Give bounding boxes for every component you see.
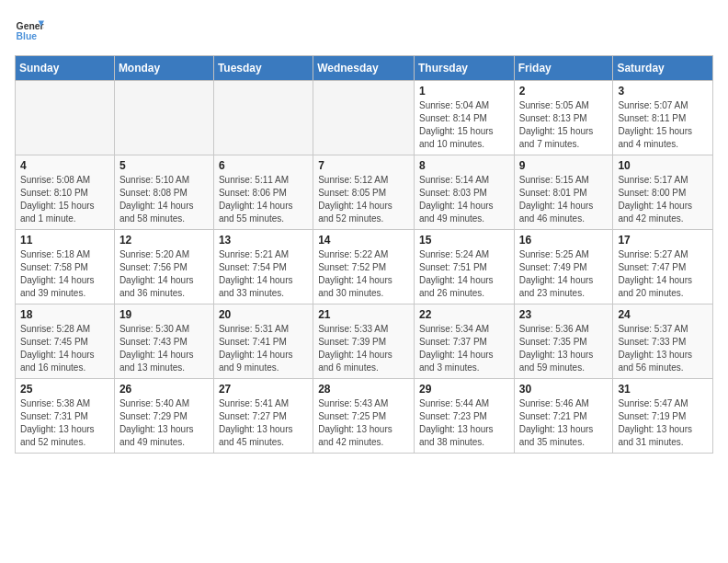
day-number: 12	[119, 234, 209, 247]
day-number: 9	[519, 159, 609, 172]
svg-text:Blue: Blue	[17, 31, 38, 41]
calendar-cell: 28Sunrise: 5:43 AMSunset: 7:25 PMDayligh…	[313, 379, 415, 454]
calendar-cell: 6Sunrise: 5:11 AMSunset: 8:06 PMDaylight…	[213, 155, 313, 230]
weekday-header-sunday: Sunday	[16, 56, 115, 81]
day-number: 26	[119, 383, 209, 396]
page-header: General Blue	[15, 15, 713, 44]
calendar-cell: 8Sunrise: 5:14 AMSunset: 8:03 PMDaylight…	[414, 155, 514, 230]
calendar-cell	[114, 81, 213, 155]
day-number: 14	[318, 234, 409, 247]
day-number: 11	[20, 234, 109, 247]
day-number: 13	[219, 234, 308, 247]
calendar-cell: 11Sunrise: 5:18 AMSunset: 7:58 PMDayligh…	[16, 230, 115, 304]
day-info: Sunrise: 5:41 AMSunset: 7:27 PMDaylight:…	[219, 397, 308, 449]
day-number: 22	[419, 308, 509, 321]
day-info: Sunrise: 5:17 AMSunset: 8:00 PMDaylight:…	[618, 174, 708, 225]
day-number: 10	[618, 159, 708, 172]
day-info: Sunrise: 5:25 AMSunset: 7:49 PMDaylight:…	[519, 248, 609, 300]
calendar-cell: 31Sunrise: 5:47 AMSunset: 7:19 PMDayligh…	[613, 379, 713, 454]
weekday-header-friday: Friday	[514, 56, 613, 81]
calendar-week-row: 11Sunrise: 5:18 AMSunset: 7:58 PMDayligh…	[16, 230, 713, 304]
day-number: 18	[20, 308, 109, 321]
day-number: 29	[419, 383, 509, 396]
weekday-header-tuesday: Tuesday	[213, 56, 313, 81]
day-number: 4	[20, 159, 109, 172]
calendar-cell: 9Sunrise: 5:15 AMSunset: 8:01 PMDaylight…	[514, 155, 613, 230]
day-info: Sunrise: 5:36 AMSunset: 7:35 PMDaylight:…	[519, 323, 609, 374]
calendar-cell: 7Sunrise: 5:12 AMSunset: 8:05 PMDaylight…	[313, 155, 415, 230]
calendar-cell: 17Sunrise: 5:27 AMSunset: 7:47 PMDayligh…	[613, 230, 713, 304]
calendar-cell: 25Sunrise: 5:38 AMSunset: 7:31 PMDayligh…	[16, 379, 115, 454]
day-info: Sunrise: 5:11 AMSunset: 8:06 PMDaylight:…	[219, 174, 308, 225]
day-info: Sunrise: 5:14 AMSunset: 8:03 PMDaylight:…	[419, 174, 509, 225]
day-number: 3	[618, 85, 708, 98]
day-info: Sunrise: 5:43 AMSunset: 7:25 PMDaylight:…	[318, 397, 409, 449]
day-info: Sunrise: 5:37 AMSunset: 7:33 PMDaylight:…	[618, 323, 708, 374]
day-number: 21	[318, 308, 409, 321]
day-info: Sunrise: 5:18 AMSunset: 7:58 PMDaylight:…	[20, 248, 109, 300]
day-info: Sunrise: 5:05 AMSunset: 8:13 PMDaylight:…	[519, 99, 609, 151]
day-info: Sunrise: 5:34 AMSunset: 7:37 PMDaylight:…	[419, 323, 509, 374]
day-info: Sunrise: 5:04 AMSunset: 8:14 PMDaylight:…	[419, 99, 509, 151]
calendar-cell: 4Sunrise: 5:08 AMSunset: 8:10 PMDaylight…	[16, 155, 115, 230]
calendar-cell: 14Sunrise: 5:22 AMSunset: 7:52 PMDayligh…	[313, 230, 415, 304]
day-info: Sunrise: 5:07 AMSunset: 8:11 PMDaylight:…	[618, 99, 708, 151]
day-info: Sunrise: 5:12 AMSunset: 8:05 PMDaylight:…	[318, 174, 409, 225]
calendar-cell: 13Sunrise: 5:21 AMSunset: 7:54 PMDayligh…	[213, 230, 313, 304]
day-info: Sunrise: 5:10 AMSunset: 8:08 PMDaylight:…	[119, 174, 209, 225]
weekday-header-thursday: Thursday	[414, 56, 514, 81]
day-number: 7	[318, 159, 409, 172]
calendar-cell: 27Sunrise: 5:41 AMSunset: 7:27 PMDayligh…	[213, 379, 313, 454]
day-info: Sunrise: 5:30 AMSunset: 7:43 PMDaylight:…	[119, 323, 209, 374]
day-info: Sunrise: 5:15 AMSunset: 8:01 PMDaylight:…	[519, 174, 609, 225]
calendar-cell	[313, 81, 415, 155]
weekday-header-monday: Monday	[114, 56, 213, 81]
calendar-cell: 5Sunrise: 5:10 AMSunset: 8:08 PMDaylight…	[114, 155, 213, 230]
day-number: 5	[119, 159, 209, 172]
day-number: 17	[618, 234, 708, 247]
day-info: Sunrise: 5:08 AMSunset: 8:10 PMDaylight:…	[20, 174, 109, 225]
day-info: Sunrise: 5:24 AMSunset: 7:51 PMDaylight:…	[419, 248, 509, 300]
calendar-week-row: 4Sunrise: 5:08 AMSunset: 8:10 PMDaylight…	[16, 155, 713, 230]
weekday-header-saturday: Saturday	[613, 56, 713, 81]
calendar-cell: 26Sunrise: 5:40 AMSunset: 7:29 PMDayligh…	[114, 379, 213, 454]
day-number: 19	[119, 308, 209, 321]
day-number: 30	[519, 383, 609, 396]
calendar-cell: 23Sunrise: 5:36 AMSunset: 7:35 PMDayligh…	[514, 304, 613, 379]
day-number: 31	[618, 383, 708, 396]
day-number: 1	[419, 85, 509, 98]
calendar-cell: 29Sunrise: 5:44 AMSunset: 7:23 PMDayligh…	[414, 379, 514, 454]
day-info: Sunrise: 5:40 AMSunset: 7:29 PMDaylight:…	[119, 397, 209, 449]
day-info: Sunrise: 5:28 AMSunset: 7:45 PMDaylight:…	[20, 323, 109, 374]
day-number: 28	[318, 383, 409, 396]
day-info: Sunrise: 5:47 AMSunset: 7:19 PMDaylight:…	[618, 397, 708, 449]
day-info: Sunrise: 5:22 AMSunset: 7:52 PMDaylight:…	[318, 248, 409, 300]
day-number: 2	[519, 85, 609, 98]
day-info: Sunrise: 5:44 AMSunset: 7:23 PMDaylight:…	[419, 397, 509, 449]
day-info: Sunrise: 5:38 AMSunset: 7:31 PMDaylight:…	[20, 397, 109, 449]
calendar-cell: 15Sunrise: 5:24 AMSunset: 7:51 PMDayligh…	[414, 230, 514, 304]
logo-icon: General Blue	[15, 15, 44, 44]
calendar-cell: 1Sunrise: 5:04 AMSunset: 8:14 PMDaylight…	[414, 81, 514, 155]
calendar-table: SundayMondayTuesdayWednesdayThursdayFrid…	[15, 55, 713, 454]
day-number: 8	[419, 159, 509, 172]
day-number: 15	[419, 234, 509, 247]
day-number: 24	[618, 308, 708, 321]
day-number: 25	[20, 383, 109, 396]
day-number: 16	[519, 234, 609, 247]
weekday-header-wednesday: Wednesday	[313, 56, 415, 81]
day-info: Sunrise: 5:27 AMSunset: 7:47 PMDaylight:…	[618, 248, 708, 300]
day-number: 6	[219, 159, 308, 172]
calendar-cell: 10Sunrise: 5:17 AMSunset: 8:00 PMDayligh…	[613, 155, 713, 230]
calendar-cell: 18Sunrise: 5:28 AMSunset: 7:45 PMDayligh…	[16, 304, 115, 379]
calendar-cell: 19Sunrise: 5:30 AMSunset: 7:43 PMDayligh…	[114, 304, 213, 379]
day-info: Sunrise: 5:33 AMSunset: 7:39 PMDaylight:…	[318, 323, 409, 374]
day-info: Sunrise: 5:20 AMSunset: 7:56 PMDaylight:…	[119, 248, 209, 300]
calendar-cell: 16Sunrise: 5:25 AMSunset: 7:49 PMDayligh…	[514, 230, 613, 304]
day-number: 27	[219, 383, 308, 396]
calendar-cell: 21Sunrise: 5:33 AMSunset: 7:39 PMDayligh…	[313, 304, 415, 379]
calendar-cell: 12Sunrise: 5:20 AMSunset: 7:56 PMDayligh…	[114, 230, 213, 304]
logo: General Blue	[15, 15, 44, 44]
calendar-week-row: 25Sunrise: 5:38 AMSunset: 7:31 PMDayligh…	[16, 379, 713, 454]
day-info: Sunrise: 5:46 AMSunset: 7:21 PMDaylight:…	[519, 397, 609, 449]
